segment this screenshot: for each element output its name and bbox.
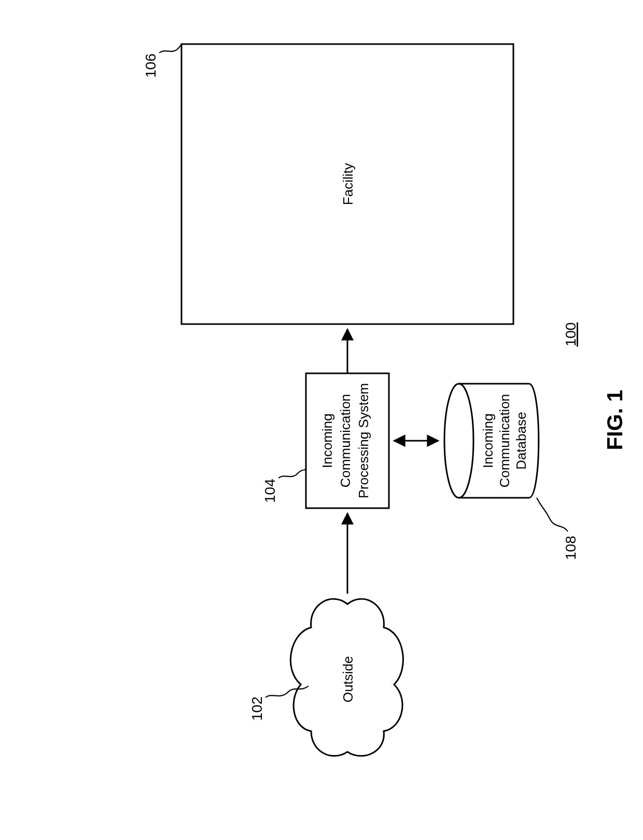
svg-text:104: 104 (262, 479, 278, 503)
outside-label: Outside (340, 656, 356, 703)
figure-caption: FIG. 1 (603, 390, 627, 451)
facility-node: Facility (181, 44, 513, 324)
database-label-line2: Communication (497, 394, 512, 488)
figure-diagram: Outside 102 Incoming Communication Proce… (0, 0, 643, 840)
database-node: Incoming Communication Database (444, 384, 539, 498)
outside-ref: 102 (249, 686, 309, 721)
svg-text:102: 102 (249, 696, 265, 721)
system-ref: 100 (563, 323, 579, 347)
processor-label-line2: Communication (338, 394, 353, 488)
processor-ref: 104 (262, 468, 306, 503)
processor-label-line1: Incoming (319, 413, 335, 468)
svg-point-5 (444, 384, 473, 498)
facility-ref: 106 (143, 44, 181, 78)
svg-text:108: 108 (563, 536, 579, 560)
database-ref: 108 (537, 498, 579, 560)
processor-node: Incoming Communication Processing System (306, 373, 389, 508)
database-label-line3: Database (513, 412, 529, 469)
database-label-line1: Incoming (480, 413, 496, 468)
facility-label: Facility (340, 163, 356, 205)
svg-text:106: 106 (143, 53, 159, 78)
outside-node: Outside (290, 599, 403, 756)
processor-label-line3: Processing System (356, 383, 371, 499)
